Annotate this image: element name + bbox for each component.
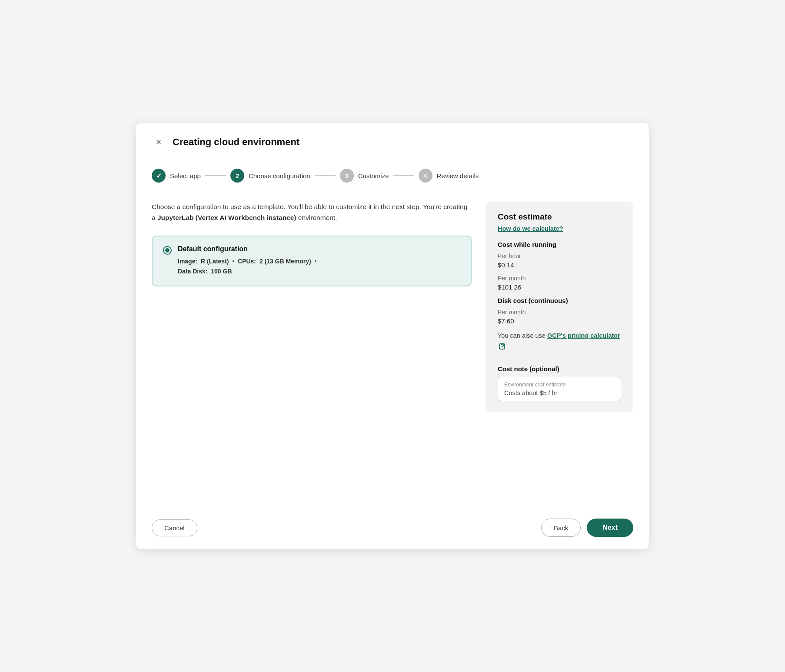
gcp-text: You can also use GCP's pricing calculato…: [498, 331, 621, 351]
dialog-footer: Cancel Back Next: [136, 506, 649, 549]
step-1-label: Select app: [170, 172, 201, 180]
stepper: ✓ Select app 2 Choose configuration 3 Cu…: [136, 158, 649, 191]
description-bold: JupyterLab (Vertex AI Workbench instance…: [157, 214, 296, 221]
cost-note-wrapper: Environment cost estimate Costs about $5…: [498, 377, 621, 401]
external-link-icon: [499, 343, 506, 349]
disk-month-label: Per month: [498, 309, 621, 316]
cpus-label: CPUs:: [238, 258, 256, 265]
image-label: Image:: [178, 258, 197, 265]
back-button[interactable]: Back: [541, 519, 581, 537]
step-2-label: Choose configuration: [249, 172, 310, 180]
step-4-circle: 4: [419, 169, 432, 183]
cost-estimate-title: Cost estimate: [498, 212, 621, 222]
step-3-circle: 3: [340, 169, 354, 183]
config-details: Image: R (Latest) • CPUs: 2 (13 GB Memor…: [178, 256, 460, 277]
step-choose-config: 2 Choose configuration: [230, 169, 310, 183]
config-name: Default configuration: [178, 245, 460, 253]
right-panel: Cost estimate How do we calculate? Cost …: [486, 202, 633, 412]
close-button[interactable]: ×: [152, 135, 166, 149]
cost-note-inner[interactable]: Environment cost estimate Costs about $5…: [498, 377, 621, 401]
dialog-header: × Creating cloud environment: [136, 123, 649, 158]
close-icon: ×: [156, 136, 162, 148]
next-button[interactable]: Next: [587, 519, 633, 537]
cost-note-placeholder-label: Environment cost estimate: [504, 382, 615, 388]
disk-value: 100 GB: [211, 268, 232, 275]
step-customize: 3 Customize: [340, 169, 389, 183]
gcp-pricing-link[interactable]: GCP's pricing calculator: [547, 332, 620, 339]
disk-label: Data Disk:: [178, 268, 207, 275]
step-1-circle: ✓: [152, 169, 166, 183]
left-panel: Choose a configuration to use as a templ…: [152, 202, 472, 506]
step-3-label: Customize: [358, 172, 389, 180]
step-connector-2: [315, 175, 336, 176]
cost-running-title: Cost while running: [498, 241, 621, 248]
description-text-after: environment.: [296, 214, 337, 221]
radio-inner: [165, 248, 170, 253]
checkmark-icon: ✓: [156, 172, 162, 180]
per-month-label: Per month: [498, 275, 621, 282]
description: Choose a configuration to use as a templ…: [152, 202, 472, 223]
dialog-title: Creating cloud environment: [173, 136, 299, 148]
footer-right: Back Next: [541, 519, 633, 537]
config-info: Default configuration Image: R (Latest) …: [178, 245, 460, 277]
disk-cost-title: Disk cost (continuous): [498, 297, 621, 304]
step-select-app: ✓ Select app: [152, 169, 201, 183]
step-4-label: Review details: [437, 172, 479, 180]
disk-month-value: $7.60: [498, 317, 621, 325]
dialog-body: Choose a configuration to use as a templ…: [136, 191, 649, 506]
dialog: × Creating cloud environment ✓ Select ap…: [136, 123, 649, 549]
cost-note-title: Cost note (optional): [498, 365, 621, 373]
cost-divider: [498, 358, 621, 358]
step-connector-1: [205, 175, 226, 176]
step-3-number: 3: [345, 172, 348, 180]
gcp-text-before: You can also use: [498, 332, 547, 339]
step-2-number: 2: [236, 172, 239, 180]
cpus-value: 2 (13 GB Memory): [259, 258, 311, 265]
config-radio[interactable]: [163, 246, 172, 255]
per-hour-value: $0.14: [498, 261, 621, 269]
image-value: R (Latest): [201, 258, 229, 265]
cost-note-value: Costs about $5 / hr: [504, 389, 615, 396]
calc-link[interactable]: How do we calculate?: [498, 225, 621, 232]
per-hour-label: Per hour: [498, 253, 621, 259]
per-month-value: $101.26: [498, 283, 621, 291]
step-review: 4 Review details: [419, 169, 479, 183]
cancel-button[interactable]: Cancel: [152, 519, 197, 536]
step-4-number: 4: [423, 172, 427, 180]
config-card[interactable]: Default configuration Image: R (Latest) …: [152, 236, 472, 287]
step-2-circle: 2: [230, 169, 244, 183]
step-connector-3: [393, 175, 414, 176]
